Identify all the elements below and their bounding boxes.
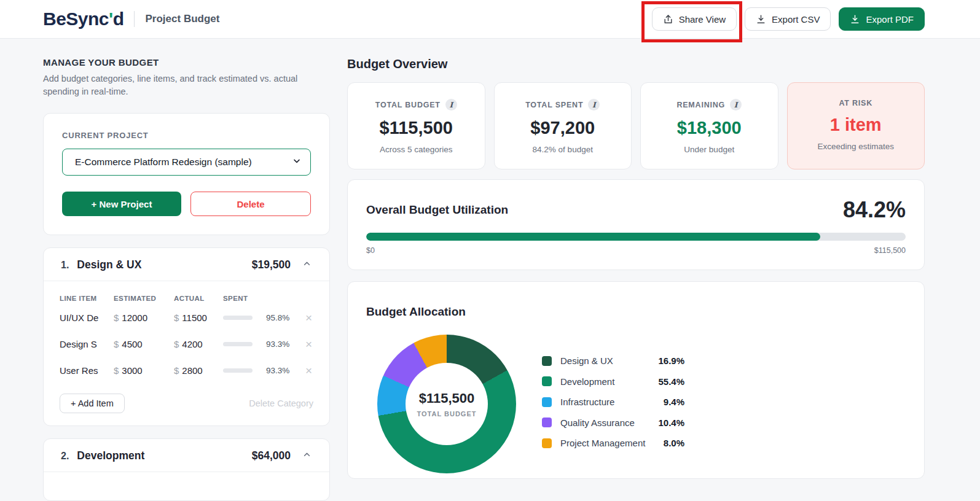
remove-item-icon[interactable]: × [304,312,313,324]
line-item-row: UI/UX De $12000 $11500 95.8% × [60,305,313,331]
remove-item-icon[interactable]: × [304,365,313,376]
allocation-card: Budget Allocation $115,500 TOTAL BUDGET … [347,281,925,479]
share-view-label: Share View [679,14,726,25]
estimated-value: 4500 [122,339,142,349]
stat-card-at-risk: AT RISK 1 item Exceeding estimates [787,82,925,169]
legend-swatch [542,397,552,407]
download-icon [756,14,766,25]
stat-value: $115,500 [353,118,480,138]
line-item-name-input[interactable]: UI/UX De [60,313,114,323]
info-icon[interactable]: I [445,99,457,111]
chevron-up-icon[interactable] [302,449,312,462]
content-area: MANAGE YOUR BUDGET Add budget categories… [0,39,980,501]
utilization-title: Overall Budget Utilization [366,203,508,217]
spent-percent: 93.3% [266,366,294,375]
delete-project-button[interactable]: Delete [190,192,311,216]
category-number: 1. [61,260,69,271]
current-project-label: CURRENT PROJECT [62,131,311,140]
stat-value: $97,200 [500,118,627,138]
utilization-scale: $0 $115,500 [366,246,906,255]
actual-input[interactable]: $4200 [174,339,223,349]
actual-value: 4200 [182,339,202,349]
share-view-button[interactable]: Share View [652,7,737,31]
legend-label: Development [560,376,614,387]
spent-percent: 95.8% [266,313,294,322]
stat-card-total-spent: TOTAL SPENT I $97,200 84.2% of budget [494,82,632,169]
line-item-name-input[interactable]: User Res [60,365,114,376]
line-item-name-input[interactable]: Design S [60,339,114,349]
legend-percent: 10.4% [658,418,684,428]
category-header-development[interactable]: 2. Development $64,000 [44,439,329,472]
donut-center-value: $115,500 [419,390,475,406]
currency-symbol: $ [114,313,119,323]
estimated-value: 3000 [122,365,142,376]
stat-label: AT RISK [839,99,872,107]
app-header: BeSync'd Project Budget Share View Expor… [0,0,980,39]
stat-value: $18,300 [646,118,773,138]
info-icon[interactable]: I [730,99,742,111]
estimated-input[interactable]: $3000 [114,365,174,376]
info-icon[interactable]: I [588,99,600,111]
category-number: 2. [61,451,69,462]
add-item-button[interactable]: + Add Item [60,394,125,413]
legend-percent: 55.4% [658,376,684,387]
remove-item-icon[interactable]: × [304,338,313,350]
download-icon [850,14,860,25]
logo-apostrophe: ' [109,9,113,29]
spent-bar [223,368,253,373]
stat-label: TOTAL SPENT [525,101,583,109]
estimated-value: 12000 [122,313,147,323]
category-total: $64,000 [252,449,291,462]
donut-center: $115,500 TOTAL BUDGET [406,363,488,445]
legend-label: Project Management [560,438,645,448]
category-card-design-ux: 1. Design & UX $19,500 LINE ITEM ESTIMAT… [43,247,330,426]
currency-symbol: $ [174,339,179,349]
export-pdf-label: Export PDF [866,14,914,25]
sidebar-description: Add budget categories, line items, and t… [43,72,330,98]
page-title: Project Budget [146,13,220,25]
new-project-button[interactable]: + New Project [62,192,181,216]
overview-title: Budget Overview [347,57,925,71]
stat-label: TOTAL BUDGET [375,101,441,109]
budget-sidebar: MANAGE YOUR BUDGET Add budget categories… [43,57,330,501]
actual-input[interactable]: $11500 [174,313,223,323]
currency-symbol: $ [114,365,119,376]
project-select[interactable]: E-Commerce Platform Redesign (sample) [62,149,311,176]
donut-center-label: TOTAL BUDGET [417,410,477,418]
category-header-design-ux[interactable]: 1. Design & UX $19,500 [44,248,329,281]
delete-category-button[interactable]: Delete Category [249,398,313,408]
utilization-card: Overall Budget Utilization 84.2% $0 $115… [347,179,925,270]
scale-max: $115,500 [874,246,906,255]
legend-label: Design & UX [560,355,613,366]
legend-item: Project Management 8.0% [542,433,684,454]
chevron-down-icon [292,156,302,168]
estimated-input[interactable]: $12000 [114,313,174,323]
column-spent: SPENT [223,295,313,302]
allocation-donut-chart: $115,500 TOTAL BUDGET [377,335,516,473]
column-line-item: LINE ITEM [60,295,114,302]
estimated-input[interactable]: $4500 [114,339,174,349]
project-actions: + New Project Delete [62,192,311,216]
export-csv-button[interactable]: Export CSV [745,7,831,31]
stat-card-row: TOTAL BUDGET I $115,500 Across 5 categor… [347,82,925,169]
legend-swatch [542,418,552,427]
category-name: Development [77,449,144,462]
logo-text: BeSync [43,9,109,29]
legend-percent: 16.9% [658,355,684,366]
stat-card-remaining: REMAINING I $18,300 Under budget [640,82,778,169]
stat-subtext: 84.2% of budget [500,145,627,154]
stat-subtext: Across 5 categories [353,145,480,154]
stat-subtext: Under budget [646,145,773,154]
column-actual: ACTUAL [174,295,223,302]
legend-percent: 8.0% [664,438,684,448]
category-total: $19,500 [252,258,291,271]
chevron-up-icon[interactable] [302,258,312,271]
allocation-title: Budget Allocation [366,305,906,319]
export-pdf-button[interactable]: Export PDF [839,7,925,31]
category-card-development: 2. Development $64,000 [43,438,330,501]
actual-input[interactable]: $2800 [174,365,223,376]
current-project-card: CURRENT PROJECT E-Commerce Platform Rede… [43,113,330,235]
spent-bar [223,342,253,346]
legend-label: Infrastructure [560,397,614,407]
export-csv-label: Export CSV [772,14,820,25]
